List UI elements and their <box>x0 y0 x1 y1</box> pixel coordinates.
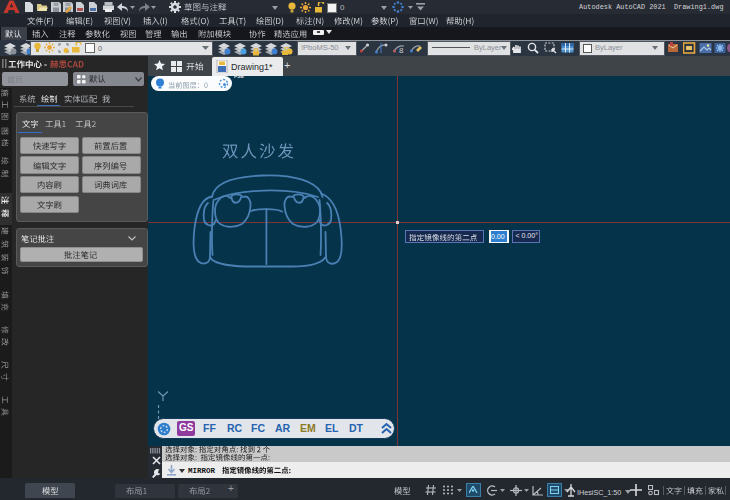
svg-text:8: 8 <box>399 46 404 54</box>
